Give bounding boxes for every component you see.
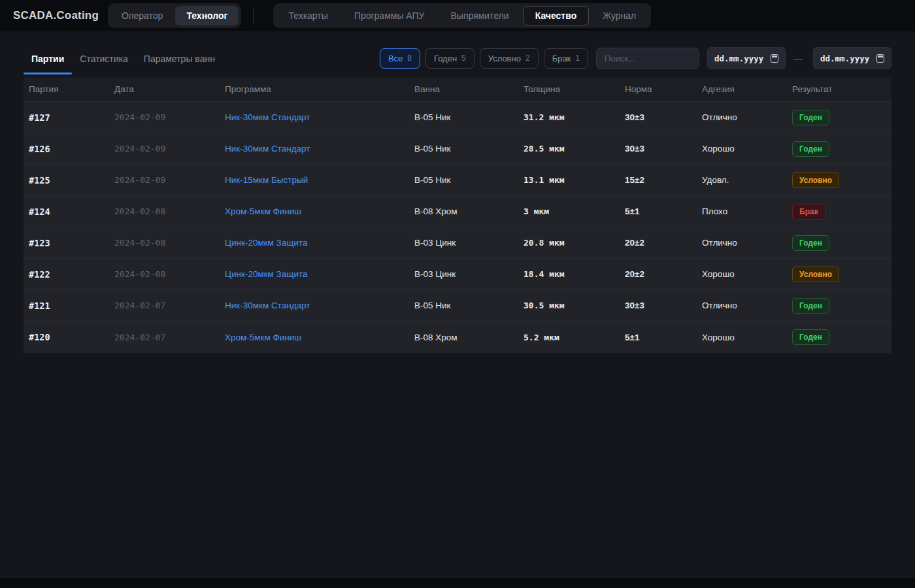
bath-cell: В-05 Ник	[414, 144, 524, 154]
program-link[interactable]: Цинк-20мкм Защита	[225, 238, 414, 248]
sub-tab[interactable]: Статистика	[72, 47, 136, 74]
sub-tab[interactable]: Партии	[24, 47, 72, 74]
calendar-icon[interactable]	[876, 54, 884, 63]
adhesion-cell: Хорошо	[702, 333, 792, 342]
batch-date: 2024-02-07	[114, 301, 225, 310]
result-cell: Годен	[792, 235, 891, 251]
table-header: Партия Дата Программа Ванна Толщина Норм…	[24, 77, 891, 102]
result-cell: Годен	[792, 329, 891, 345]
batch-id: #121	[29, 301, 114, 311]
thickness-cell: 3 мкм	[524, 206, 625, 216]
result-badge: Брак	[792, 204, 825, 220]
bath-cell: В-03 Цинк	[414, 238, 524, 248]
result-badge: Годен	[792, 298, 829, 314]
thickness-cell: 20.8 мкм	[524, 238, 625, 248]
program-link[interactable]: Хром-5мкм Финиш	[225, 333, 414, 342]
column-header: Адгезия	[702, 84, 792, 94]
thickness-cell: 5.2 мкм	[524, 333, 625, 342]
main-panel: Партии Статистика Параметры ванн Все 8 Г…	[0, 31, 915, 578]
batch-date: 2024-02-08	[114, 206, 225, 216]
role-toggle-button[interactable]: Оператор	[110, 6, 174, 25]
sub-tab[interactable]: Параметры ванн	[136, 47, 223, 74]
batch-id: #127	[29, 112, 114, 123]
filter-chip[interactable]: Брак 1	[544, 48, 588, 69]
result-cell: Условно	[792, 172, 891, 188]
norm-cell: 20±2	[625, 269, 702, 279]
norm-cell: 30±3	[625, 144, 702, 154]
search-input[interactable]	[596, 48, 699, 69]
main-nav-tab[interactable]: Выпрямители	[438, 6, 521, 25]
norm-cell: 30±3	[625, 112, 702, 122]
batch-id: #123	[29, 238, 114, 248]
norm-cell: 20±2	[625, 238, 702, 248]
filter-chip[interactable]: Все 8	[380, 48, 420, 69]
date-to-input[interactable]: dd.mm.yyyy	[813, 47, 891, 69]
toolbar: Партии Статистика Параметры ванн Все 8 Г…	[0, 31, 915, 74]
adhesion-cell: Хорошо	[702, 269, 792, 279]
filter-chip[interactable]: Годен 5	[425, 48, 474, 69]
date-to-value: dd.mm.yyyy	[820, 54, 869, 63]
table-row: #123 2024-02-08 Цинк-20мкм Защита В-03 Ц…	[24, 227, 891, 259]
filter-chip-label: Условно	[488, 54, 521, 63]
calendar-icon[interactable]	[771, 54, 778, 63]
program-link[interactable]: Цинк-20мкм Защита	[225, 269, 414, 279]
column-header: Программа	[225, 84, 414, 94]
bath-cell: В-08 Хром	[414, 333, 524, 342]
batch-id: #124	[29, 206, 114, 217]
thickness-cell: 31.2 мкм	[524, 112, 625, 122]
main-nav-tab[interactable]: Качество	[523, 6, 590, 25]
column-header: Результат	[792, 84, 891, 94]
batch-date: 2024-02-09	[114, 175, 225, 185]
sub-tabs: Партии Статистика Параметры ванн	[24, 47, 223, 74]
topbar-divider	[253, 7, 254, 24]
program-link[interactable]: Ник-15мкм Быстрый	[225, 175, 414, 185]
date-from-input[interactable]: dd.mm.yyyy	[707, 47, 786, 69]
filter-chip-count: 5	[461, 54, 466, 63]
program-link[interactable]: Ник-30мкм Стандарт	[225, 112, 414, 122]
column-header: Ванна	[414, 84, 524, 94]
filter-chip-count: 8	[407, 54, 412, 63]
table-row: #127 2024-02-09 Ник-30мкм Стандарт В-05 …	[24, 102, 891, 133]
date-from-value: dd.mm.yyyy	[714, 54, 763, 63]
adhesion-cell: Плохо	[702, 206, 792, 216]
adhesion-cell: Хорошо	[702, 144, 792, 154]
app-logo: SCADA.Coating	[13, 9, 99, 22]
filter-chip[interactable]: Условно 2	[480, 48, 539, 69]
main-nav-tab[interactable]: Программы АПУ	[342, 6, 437, 25]
adhesion-cell: Отлично	[702, 238, 792, 248]
role-toggle: Оператор Технолог	[108, 3, 241, 28]
column-header: Норма	[625, 84, 702, 94]
batch-date: 2024-02-08	[114, 238, 225, 248]
role-toggle-button[interactable]: Технолог	[175, 6, 239, 25]
batch-date: 2024-02-09	[114, 144, 225, 154]
table-row: #125 2024-02-09 Ник-15мкм Быстрый В-05 Н…	[24, 165, 891, 196]
program-link[interactable]: Ник-30мкм Стандарт	[225, 301, 414, 310]
thickness-cell: 28.5 мкм	[524, 144, 625, 154]
result-badge: Условно	[792, 172, 839, 188]
main-nav: Техкарты Программы АПУ Выпрямители Качес…	[273, 3, 651, 28]
column-header: Толщина	[524, 84, 625, 94]
batches-table: Партия Дата Программа Ванна Толщина Норм…	[24, 77, 891, 353]
date-range-separator: —	[791, 53, 805, 63]
bath-cell: В-03 Цинк	[414, 269, 524, 279]
norm-cell: 5±1	[625, 333, 702, 342]
result-badge: Годен	[792, 235, 829, 251]
filter-chip-count: 2	[525, 54, 530, 63]
adhesion-cell: Удовл.	[702, 175, 792, 185]
result-cell: Брак	[792, 204, 891, 220]
batch-id: #126	[29, 144, 114, 154]
bath-cell: В-08 Хром	[414, 206, 524, 216]
filter-chip-label: Годен	[434, 54, 457, 63]
main-nav-tab[interactable]: Техкарты	[276, 6, 340, 25]
thickness-cell: 13.1 мкм	[524, 175, 625, 185]
table-body: #127 2024-02-09 Ник-30мкм Стандарт В-05 …	[24, 102, 891, 353]
thickness-cell: 30.5 мкм	[524, 301, 625, 310]
program-link[interactable]: Хром-5мкм Финиш	[225, 206, 414, 216]
norm-cell: 15±2	[625, 175, 702, 185]
program-link[interactable]: Ник-30мкм Стандарт	[225, 144, 414, 154]
result-cell: Годен	[792, 141, 891, 157]
norm-cell: 30±3	[625, 301, 702, 310]
filter-chip-label: Брак	[552, 54, 571, 63]
main-nav-tab[interactable]: Журнал	[590, 6, 648, 25]
batch-date: 2024-02-08	[114, 269, 225, 279]
